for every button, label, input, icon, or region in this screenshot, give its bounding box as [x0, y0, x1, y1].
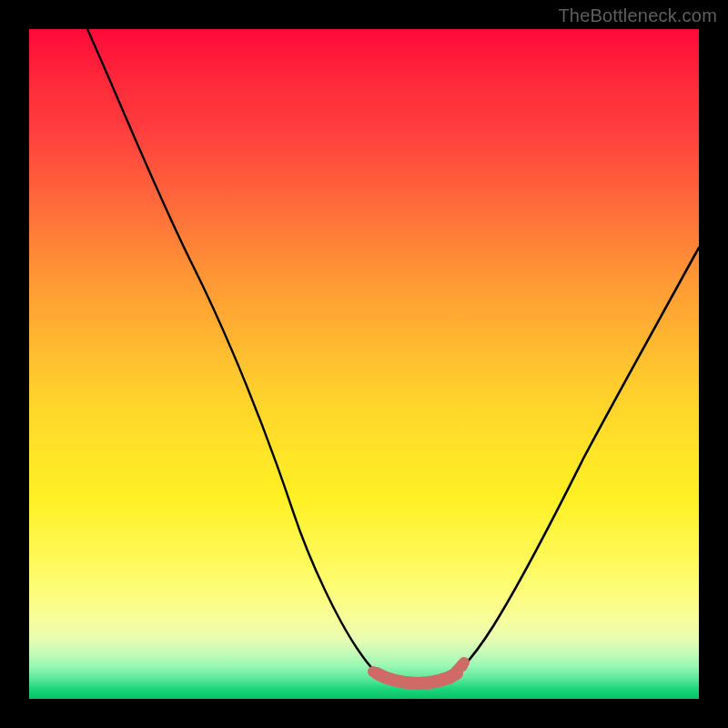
plot-area — [29, 29, 699, 699]
curves-layer — [29, 29, 699, 699]
curve-left-descent — [87, 29, 377, 673]
curve-right-ascent — [457, 248, 699, 673]
valley-left-dot — [368, 666, 379, 677]
chart-stage: TheBottleneck.com — [0, 0, 728, 728]
valley-right-dot — [457, 661, 468, 672]
attribution-label: TheBottleneck.com — [558, 5, 717, 26]
